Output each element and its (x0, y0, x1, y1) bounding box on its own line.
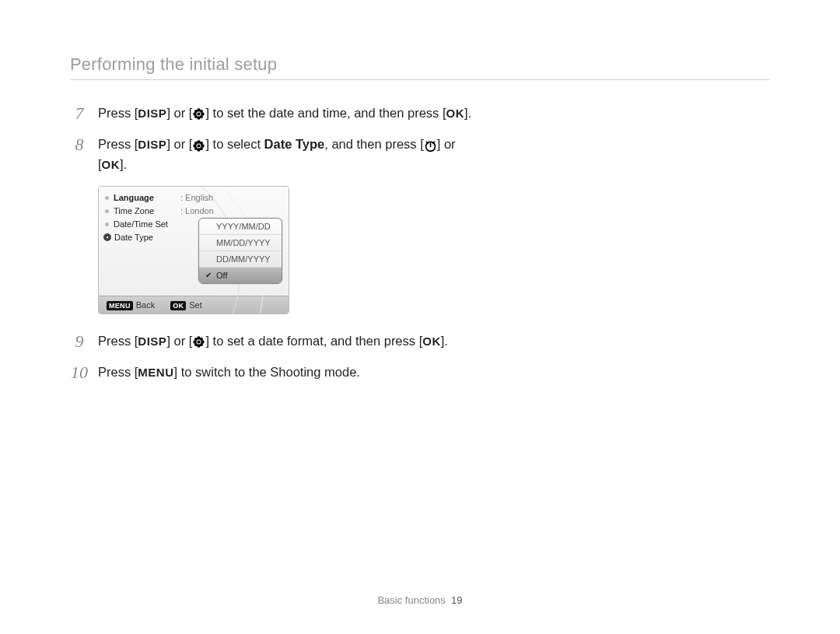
page-footer: Basic functions 19 (0, 594, 840, 606)
ok-button-label: OK (422, 335, 441, 348)
step-text: Press [DISP] or [] to set a date format,… (98, 331, 482, 352)
step-text: Press [MENU] to switch to the Shooting m… (98, 363, 482, 383)
disp-button-label: DISP (138, 107, 166, 120)
step-number: 9 (70, 331, 89, 352)
step-number: 8 (70, 135, 89, 155)
footer-set: OKSet (170, 300, 202, 310)
footer-back: MENUBack (107, 300, 155, 310)
step-9: 9 Press [DISP] or [] to set a date forma… (70, 331, 482, 352)
flower-icon (192, 139, 205, 152)
ok-badge: OK (170, 301, 186, 310)
menu-row-language: Language : English (105, 191, 282, 205)
disp-button-label: DISP (138, 138, 166, 151)
section-label: Basic functions (377, 594, 445, 606)
flower-icon (192, 107, 205, 121)
menu-button-label: MENU (138, 366, 173, 379)
manual-page: Performing the initial setup 7 Press [DI… (0, 0, 840, 634)
camera-menu-body: Language : English Time Zone : London Da… (99, 187, 289, 296)
step-text: Press [DISP] or [] to set the date and t… (98, 103, 482, 124)
ok-button-label: OK (102, 158, 121, 171)
camera-menu-screenshot: Language : English Time Zone : London Da… (98, 186, 289, 314)
dropdown-option: MM/DD/YYYY (199, 235, 282, 251)
page-number: 19 (451, 594, 462, 606)
menu-bullet-icon (105, 196, 109, 200)
menu-active-icon (103, 233, 111, 241)
date-type-bold: Date Type (264, 137, 325, 151)
step-number: 10 (70, 363, 89, 383)
date-type-dropdown: YYYY/MM/DD MM/DD/YYYY DD/MM/YYYY ✔ Off (198, 218, 282, 284)
timer-icon (424, 139, 437, 152)
check-icon: ✔ (205, 271, 213, 279)
disp-button-label: DISP (138, 335, 166, 348)
page-title: Performing the initial setup (70, 54, 770, 80)
menu-bullet-icon (105, 222, 109, 226)
steps-list: 7 Press [DISP] or [] to set the date and… (70, 103, 482, 383)
dropdown-option: YYYY/MM/DD (199, 219, 282, 235)
step-text: Press [DISP] or [] to select Date Type, … (98, 135, 482, 174)
dropdown-option-selected: ✔ Off (199, 268, 282, 283)
menu-bullet-icon (105, 209, 109, 213)
step-8: 8 Press [DISP] or [] to select Date Type… (70, 135, 482, 174)
step-10: 10 Press [MENU] to switch to the Shootin… (70, 363, 482, 383)
menu-row-timezone: Time Zone : London (105, 205, 282, 218)
ok-button-label: OK (446, 107, 465, 120)
step-7: 7 Press [DISP] or [] to set the date and… (70, 103, 482, 124)
camera-menu-footer: MENUBack OKSet (99, 296, 289, 313)
menu-badge: MENU (107, 301, 133, 310)
dropdown-option: DD/MM/YYYY (199, 251, 282, 268)
flower-icon (192, 335, 205, 349)
step-number: 7 (70, 103, 89, 124)
